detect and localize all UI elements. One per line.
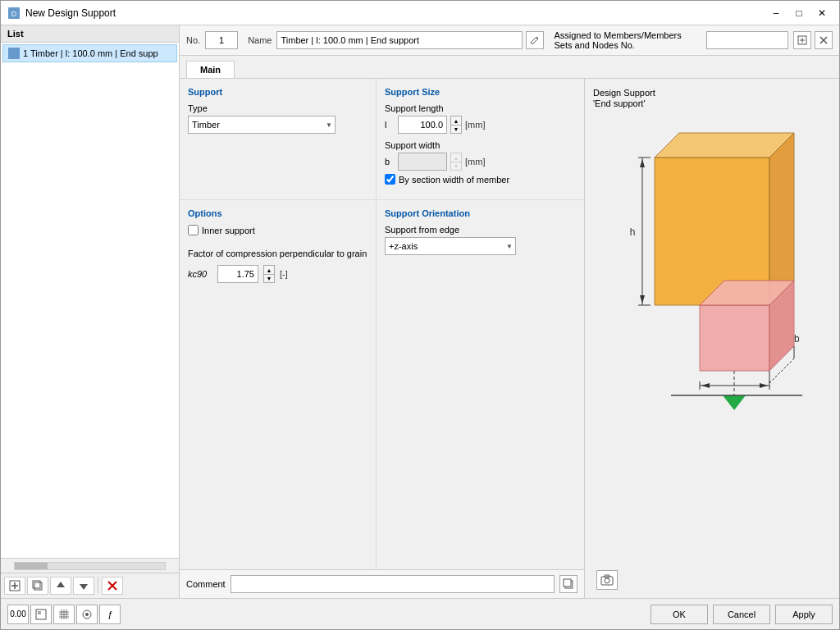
diagram-svg: h b xyxy=(605,116,819,428)
comment-select[interactable] xyxy=(231,575,555,593)
function-button[interactable]: ƒ xyxy=(99,605,121,624)
diagram-tools xyxy=(593,562,618,590)
minimize-button[interactable]: – xyxy=(765,4,787,22)
scroll-track xyxy=(14,562,166,570)
diagram-camera-button[interactable] xyxy=(596,570,618,590)
diagram-subtitle-text: 'End support' xyxy=(593,98,646,108)
grid-button[interactable] xyxy=(53,605,75,624)
view-button[interactable] xyxy=(30,605,52,624)
length-label: Support length xyxy=(385,103,576,113)
kc90-up-btn[interactable]: ▲ xyxy=(263,265,275,274)
kc90-input[interactable] xyxy=(217,265,258,283)
ok-button[interactable]: OK xyxy=(651,605,708,624)
svg-point-44 xyxy=(605,578,609,583)
edge-select-wrapper: +z-axis -z-axis +y-axis -y-axis xyxy=(385,237,516,255)
move-down-button[interactable] xyxy=(73,577,94,595)
inner-support-row: Inner support xyxy=(188,225,368,235)
bottom-toolbar: 0.00 xyxy=(1,598,839,629)
assign-select-button[interactable] xyxy=(793,31,811,49)
width-up-btn[interactable]: ▲ xyxy=(450,153,462,162)
main-window: D New Design Support – □ ✕ List 1 Timber… xyxy=(0,0,840,630)
snap-button[interactable] xyxy=(76,605,98,624)
type-select-wrapper: Timber Steel xyxy=(188,116,336,134)
by-section-width-checkbox[interactable] xyxy=(385,174,395,185)
width-input[interactable] xyxy=(398,153,447,171)
length-up-btn[interactable]: ▲ xyxy=(450,116,462,125)
factor-label: Factor of compression perpendicular to g… xyxy=(188,249,368,258)
width-unit: [mm] xyxy=(465,157,485,167)
delete-button[interactable] xyxy=(102,577,123,595)
kc90-spinners: ▲ ▼ xyxy=(263,265,275,283)
toolbar-separator xyxy=(98,577,98,593)
svg-marker-7 xyxy=(57,582,65,587)
bottom-left-tools: 0.00 xyxy=(7,605,647,624)
diagram-title-text: Design Support xyxy=(593,88,655,98)
window-controls: – □ ✕ xyxy=(765,4,833,22)
width-inline: b ▲ ▼ [mm] xyxy=(385,153,576,171)
width-spinners: ▲ ▼ xyxy=(450,153,462,171)
kc90-down-btn[interactable]: ▼ xyxy=(263,274,275,283)
cancel-button[interactable]: Cancel xyxy=(713,605,770,624)
length-input[interactable] xyxy=(398,116,447,134)
edge-field: Support from edge +z-axis -z-axis +y-axi… xyxy=(385,225,576,255)
svg-marker-29 xyxy=(640,295,645,304)
inner-support-checkbox[interactable] xyxy=(188,225,199,235)
move-up-button[interactable] xyxy=(50,577,71,595)
app-icon: D xyxy=(7,7,21,20)
tab-main-label: Main xyxy=(200,65,221,75)
close-button[interactable]: ✕ xyxy=(811,4,833,22)
scroll-bar[interactable] xyxy=(1,558,179,573)
support-section-title: Support xyxy=(188,87,368,97)
svg-text:h: h xyxy=(630,226,636,238)
left-toolbar xyxy=(1,573,179,598)
edit-name-button[interactable] xyxy=(526,31,544,49)
support-size-title: Support Size xyxy=(385,87,576,97)
maximize-button[interactable]: □ xyxy=(788,4,810,22)
type-select[interactable]: Timber Steel xyxy=(188,116,336,134)
inner-support-label: Inner support xyxy=(202,226,255,235)
assigned-controls xyxy=(793,31,833,49)
svg-rect-18 xyxy=(564,579,571,587)
edge-select[interactable]: +z-axis -z-axis +y-axis -y-axis xyxy=(385,237,516,255)
name-input[interactable] xyxy=(276,31,523,49)
new-item-button[interactable] xyxy=(4,577,25,595)
type-label: Type xyxy=(188,103,368,113)
duplicate-button[interactable] xyxy=(27,577,48,595)
list-item-text: 1 Timber | l: 100.0 mm | End supp xyxy=(23,48,158,58)
diagram-area: Design Support 'End support' xyxy=(585,79,839,598)
comment-label: Comment xyxy=(186,579,226,589)
name-field-group: Name xyxy=(248,31,544,49)
list-item[interactable]: 1 Timber | l: 100.0 mm | End supp xyxy=(2,44,177,62)
orientation-title: Support Orientation xyxy=(385,208,576,218)
width-checkbox-row: By section width of member xyxy=(385,174,576,185)
kc90-unit: [-] xyxy=(280,269,288,279)
svg-point-55 xyxy=(85,613,89,616)
orientation-panel: Support Orientation Support from edge +z… xyxy=(377,200,584,569)
width-field: Support width b ▲ ▼ [mm] xyxy=(385,140,576,185)
svg-marker-21 xyxy=(769,133,794,305)
list-item-icon xyxy=(8,48,20,59)
no-input[interactable] xyxy=(205,31,238,49)
scroll-thumb xyxy=(15,563,48,569)
coordinate-display[interactable]: 0.00 xyxy=(7,605,29,624)
lower-sections: Options Inner support Factor of compress… xyxy=(180,200,584,569)
svg-marker-22 xyxy=(700,305,769,371)
comment-copy-button[interactable] xyxy=(559,575,578,593)
width-down-btn[interactable]: ▼ xyxy=(450,162,462,171)
diagram-svg-wrap: h b xyxy=(593,116,831,428)
tab-main[interactable]: Main xyxy=(186,61,235,78)
left-panel: List 1 Timber | l: 100.0 mm | End supp xyxy=(1,25,180,598)
assign-clear-button[interactable] xyxy=(815,31,833,49)
apply-button[interactable]: Apply xyxy=(775,605,833,624)
edge-label: Support from edge xyxy=(385,225,576,235)
svg-rect-6 xyxy=(33,581,40,588)
title-bar: D New Design Support – □ ✕ xyxy=(1,1,839,25)
assigned-input[interactable] xyxy=(706,31,788,49)
length-sublabel: l xyxy=(385,120,395,130)
support-size-section: Support Size Support length l ▲ ▼ xyxy=(377,79,584,199)
type-field: Type Timber Steel xyxy=(188,103,368,134)
length-down-btn[interactable]: ▼ xyxy=(450,125,462,134)
tab-bar: Main xyxy=(180,56,839,79)
list-header: List xyxy=(1,25,179,43)
window-title: New Design Support xyxy=(25,7,765,19)
